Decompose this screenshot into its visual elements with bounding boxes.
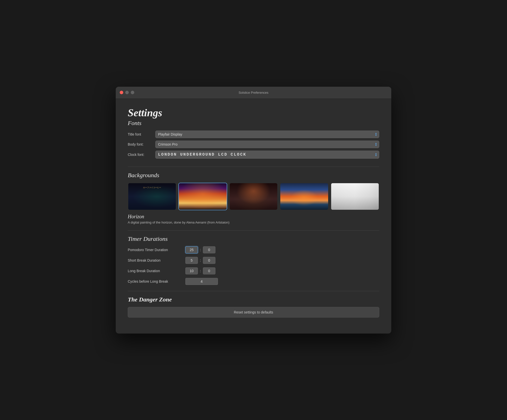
cycles-row: Cycles before Long Break bbox=[128, 278, 379, 285]
clock-font-label: Clock font: bbox=[128, 153, 155, 157]
body-font-select[interactable]: Crimson Pro bbox=[155, 141, 379, 148]
bg-image-3 bbox=[230, 183, 277, 210]
traffic-lights bbox=[120, 91, 134, 94]
maximize-button[interactable] bbox=[131, 91, 134, 94]
title-font-select[interactable]: Playfair Display bbox=[155, 131, 379, 138]
long-break-seconds-input[interactable] bbox=[203, 267, 215, 274]
selected-bg-description: A digital painting of the horizon, done … bbox=[128, 221, 379, 224]
pomodoro-timer-row: Pomodoro Timer Duration : bbox=[128, 246, 379, 253]
divider-3 bbox=[128, 291, 379, 291]
long-break-row: Long Break Duration : bbox=[128, 267, 379, 274]
title-font-label: Title font bbox=[128, 132, 155, 136]
pomodoro-minutes-input[interactable] bbox=[185, 246, 198, 253]
cycles-input[interactable] bbox=[185, 278, 218, 285]
divider-1 bbox=[128, 167, 379, 167]
body-font-label: Body font: bbox=[128, 142, 155, 146]
body-font-select-wrapper: Crimson Pro ▲▼ bbox=[155, 141, 379, 148]
bg-image-5 bbox=[331, 183, 379, 210]
preferences-window: Solstice Preferences Settings Fonts Titl… bbox=[116, 87, 391, 334]
pomodoro-seconds-input[interactable] bbox=[203, 246, 215, 253]
fonts-section: Fonts Title font Playfair Display ▲▼ Bod… bbox=[128, 120, 379, 159]
background-thumb-1[interactable] bbox=[128, 183, 176, 210]
bg-image-4 bbox=[280, 183, 328, 210]
background-thumb-2[interactable] bbox=[178, 183, 227, 210]
title-font-row: Title font Playfair Display ▲▼ bbox=[128, 131, 379, 138]
settings-content: Settings Fonts Title font Playfair Displ… bbox=[116, 99, 391, 334]
background-thumb-4[interactable] bbox=[280, 183, 328, 210]
backgrounds-section: Backgrounds bbox=[128, 172, 379, 224]
danger-section-title: The Danger Zone bbox=[128, 296, 379, 303]
danger-section: The Danger Zone Reset settings to defaul… bbox=[128, 296, 379, 318]
title-font-select-wrapper: Playfair Display ▲▼ bbox=[155, 131, 379, 138]
short-break-colon: : bbox=[200, 258, 201, 262]
timer-section: Timer Durations Pomodoro Timer Duration … bbox=[128, 236, 379, 285]
fonts-section-title: Fonts bbox=[128, 120, 379, 127]
long-break-label: Long Break Duration bbox=[128, 269, 185, 273]
long-break-colon: : bbox=[200, 269, 201, 273]
selected-bg-name: Horizon bbox=[128, 214, 379, 220]
short-break-minutes-input[interactable] bbox=[185, 257, 198, 264]
background-thumb-3[interactable] bbox=[229, 183, 278, 210]
clock-font-row: Clock font: LONDON UNDERGROUND LCD CLOCK… bbox=[128, 151, 379, 159]
short-break-row: Short Break Duration : bbox=[128, 257, 379, 264]
clock-font-select-wrapper: LONDON UNDERGROUND LCD CLOCK ▲▼ bbox=[155, 151, 379, 159]
short-break-label: Short Break Duration bbox=[128, 258, 185, 262]
close-button[interactable] bbox=[120, 91, 123, 94]
divider-2 bbox=[128, 230, 379, 231]
reset-button[interactable]: Reset settings to defaults bbox=[128, 307, 379, 318]
long-break-minutes-input[interactable] bbox=[185, 267, 198, 274]
page-title: Settings bbox=[128, 107, 379, 119]
background-thumb-5[interactable] bbox=[331, 183, 379, 210]
short-break-seconds-input[interactable] bbox=[203, 257, 215, 264]
window-title: Solstice Preferences bbox=[238, 91, 268, 94]
minimize-button[interactable] bbox=[125, 91, 129, 94]
titlebar: Solstice Preferences bbox=[116, 87, 391, 99]
clock-font-select[interactable]: LONDON UNDERGROUND LCD CLOCK bbox=[155, 151, 379, 159]
backgrounds-grid bbox=[128, 183, 379, 210]
bg-image-2 bbox=[179, 183, 226, 210]
pomodoro-label: Pomodoro Timer Duration bbox=[128, 248, 185, 252]
bg-image-1 bbox=[128, 183, 176, 210]
cycles-label: Cycles before Long Break bbox=[128, 279, 185, 283]
backgrounds-section-title: Backgrounds bbox=[128, 172, 379, 179]
timer-section-title: Timer Durations bbox=[128, 236, 379, 242]
pomodoro-colon: : bbox=[200, 248, 201, 252]
body-font-row: Body font: Crimson Pro ▲▼ bbox=[128, 141, 379, 148]
